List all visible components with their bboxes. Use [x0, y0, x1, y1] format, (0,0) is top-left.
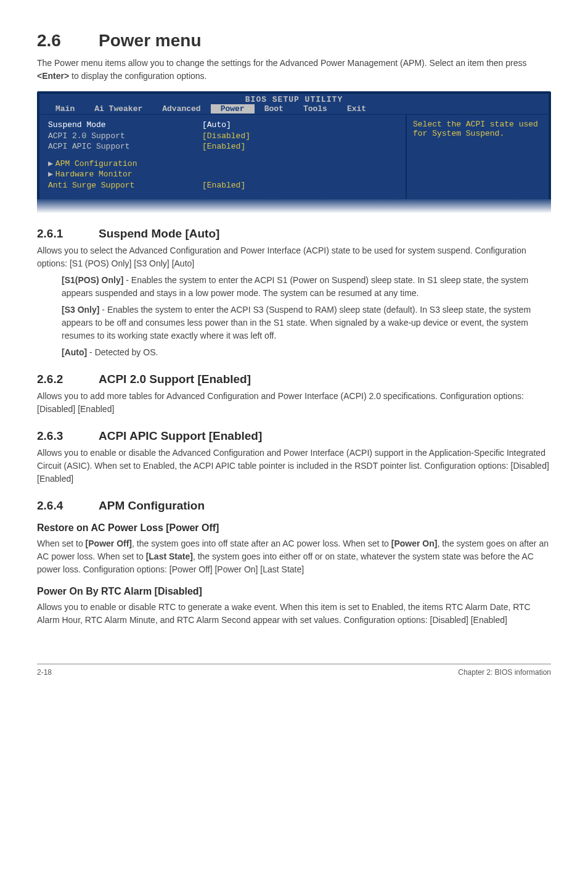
intro-before: The Power menu items allow you to change… — [37, 58, 527, 68]
enter-key: <Enter> — [37, 71, 69, 81]
bios-item-value: [Enabled] — [202, 180, 245, 191]
option-bold: [Auto] — [62, 347, 87, 357]
bios-tab-exit[interactable]: Exit — [337, 104, 376, 113]
subsection-title: ACPI 2.0 Support [Enabled] — [99, 373, 251, 386]
option-s3only: [S3 Only] - Enables the system to enter … — [62, 303, 551, 342]
section-heading: 2.6Power menu — [37, 31, 551, 51]
bold: [Last State] — [146, 551, 193, 561]
bios-tab-boot[interactable]: Boot — [255, 104, 293, 113]
bios-help-panel: Select the ACPI state used for System Su… — [406, 115, 549, 199]
bios-tab-aitweaker[interactable]: Ai Tweaker — [84, 104, 152, 113]
option-s1pos: [S1(POS) Only] - Enables the system to e… — [62, 274, 551, 300]
bios-fade-decoration — [37, 198, 551, 213]
bios-title: BIOS SETUP UTILITY — [39, 94, 549, 104]
subsection-body: Allows you to select the Advanced Config… — [37, 244, 551, 270]
subsection-heading-261: 2.6.1Suspend Mode [Auto] — [37, 227, 551, 241]
intro-after: to display the configuration options. — [69, 71, 206, 81]
subsection-body: Allows you to add more tables for Advanc… — [37, 390, 551, 416]
option-auto: [Auto] - Detected by OS. — [62, 346, 551, 359]
intro-paragraph: The Power menu items allow you to change… — [37, 57, 551, 83]
section-title-text: Power menu — [99, 31, 201, 50]
option-text: - Enables the system to enter the ACPI S… — [62, 305, 531, 340]
option-bold: [S3 Only] — [62, 305, 99, 315]
bios-submenu-hwmonitor[interactable]: ▶Hardware Monitor — [48, 169, 399, 180]
option-bold: [S1(POS) Only] — [62, 275, 123, 285]
bios-item-value: [Auto] — [202, 120, 231, 131]
subsection-heading-264: 2.6.4APM Configuration — [37, 499, 551, 513]
bios-tab-bar: Main Ai Tweaker Advanced Power Boot Tool… — [39, 104, 549, 115]
bios-tab-main[interactable]: Main — [46, 104, 84, 113]
bios-item-suspend-mode[interactable]: Suspend Mode [Auto] — [48, 120, 399, 131]
bold: [Power Off] — [86, 538, 132, 548]
subsection-heading-262: 2.6.2ACPI 2.0 Support [Enabled] — [37, 373, 551, 386]
bios-item-label: Suspend Mode — [48, 120, 202, 131]
bios-item-acpi-apic[interactable]: ACPI APIC Support [Enabled] — [48, 141, 399, 152]
bios-left-panel: Suspend Mode [Auto] ACPI 2.0 Support [Di… — [39, 115, 406, 199]
option-text: - Enables the system to enter the ACPI S… — [62, 275, 528, 298]
subsection-title: Suspend Mode [Auto] — [99, 227, 219, 240]
option-body-restore-ac: When set to [Power Off], the system goes… — [37, 537, 551, 576]
option-heading-rtc-alarm: Power On By RTC Alarm [Disabled] — [37, 586, 551, 597]
footer-chapter: Chapter 2: BIOS information — [458, 668, 551, 677]
footer-page-number: 2-18 — [37, 668, 52, 677]
bold: [Power On] — [391, 538, 438, 548]
subsection-body: Allows you to enable or disable the Adva… — [37, 447, 551, 485]
chevron-right-icon: ▶ — [48, 169, 53, 180]
subsection-number: 2.6.3 — [37, 429, 99, 443]
bios-tab-tools[interactable]: Tools — [293, 104, 337, 113]
subsection-heading-263: 2.6.3ACPI APIC Support [Enabled] — [37, 429, 551, 443]
bios-help-text: Select the ACPI state used for System Su… — [413, 120, 538, 138]
bios-item-label: Anti Surge Support — [48, 180, 202, 191]
subsection-title: APM Configuration — [99, 499, 205, 512]
option-text: - Detected by OS. — [87, 347, 158, 357]
text: , the system goes into off state after a… — [132, 538, 391, 548]
subsection-number: 2.6.1 — [37, 227, 99, 241]
bios-item-value: [Disabled] — [202, 131, 250, 142]
option-heading-restore-ac: Restore on AC Power Loss [Power Off] — [37, 522, 551, 534]
bios-submenu-label: APM Configuration — [55, 159, 137, 170]
text: When set to — [37, 538, 86, 548]
bios-item-acpi20[interactable]: ACPI 2.0 Support [Disabled] — [48, 131, 399, 142]
option-body-rtc-alarm: Allows you to enable or disable RTC to g… — [37, 601, 551, 627]
section-number: 2.6 — [37, 31, 99, 51]
chevron-right-icon: ▶ — [48, 159, 53, 170]
bios-submenu-label: Hardware Monitor — [55, 169, 133, 180]
bios-submenu-apm[interactable]: ▶APM Configuration — [48, 159, 399, 170]
bios-item-label: ACPI APIC Support — [48, 141, 202, 152]
subsection-number: 2.6.2 — [37, 373, 99, 386]
bios-screenshot: BIOS SETUP UTILITY Main Ai Tweaker Advan… — [37, 91, 551, 199]
subsection-number: 2.6.4 — [37, 499, 99, 513]
bios-item-anti-surge[interactable]: Anti Surge Support [Enabled] — [48, 180, 399, 191]
bios-item-value: [Enabled] — [202, 141, 245, 152]
page-footer: 2-18 Chapter 2: BIOS information — [37, 664, 551, 677]
bios-item-label: ACPI 2.0 Support — [48, 131, 202, 142]
subsection-title: ACPI APIC Support [Enabled] — [99, 429, 262, 442]
bios-tab-power[interactable]: Power — [211, 104, 255, 113]
bios-tab-advanced[interactable]: Advanced — [152, 104, 210, 113]
